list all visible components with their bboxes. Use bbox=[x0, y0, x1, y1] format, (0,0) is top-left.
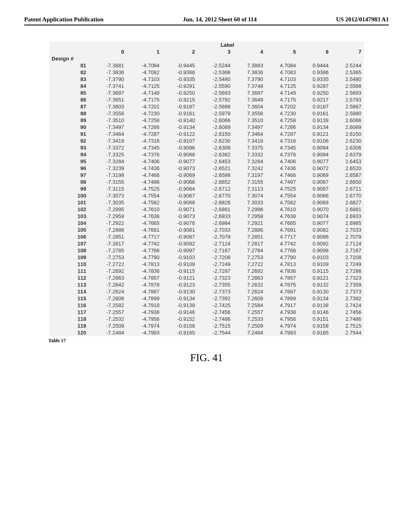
cell: 4.7857 bbox=[266, 274, 298, 281]
cell: 2.6453 bbox=[331, 158, 364, 165]
cell: 2.5693 bbox=[331, 89, 364, 96]
table-row: 107-7.2817-4.7742-0.9092-2.71247.28174.7… bbox=[49, 240, 364, 247]
col-header: 4 bbox=[233, 48, 265, 55]
cell: -7.2922 bbox=[91, 220, 127, 227]
cell: 7.2784 bbox=[233, 247, 265, 254]
row-id: 86 bbox=[49, 96, 91, 103]
cell: 0.9139 bbox=[298, 117, 331, 124]
cell: 7.2817 bbox=[233, 240, 265, 247]
cell: 7.3697 bbox=[233, 89, 265, 96]
cell: 7.3883 bbox=[233, 62, 265, 69]
cell: 4.7554 bbox=[266, 192, 298, 199]
cell: -4.7406 bbox=[127, 158, 162, 165]
cell: -2.7456 bbox=[198, 309, 233, 316]
cell: -2.5693 bbox=[198, 89, 233, 96]
cell: -7.2817 bbox=[91, 240, 127, 247]
cell: 0.9098 bbox=[298, 247, 331, 254]
cell: 0.9386 bbox=[298, 69, 331, 76]
row-id: 95 bbox=[49, 158, 91, 165]
cell: -4.7610 bbox=[127, 206, 162, 213]
cell: -7.2484 bbox=[91, 329, 127, 336]
cell: 0.9077 bbox=[298, 158, 331, 165]
cell: 2.6587 bbox=[331, 172, 364, 179]
cell: 4.7202 bbox=[266, 103, 298, 110]
cell: -0.9250 bbox=[162, 89, 198, 96]
cell: -0.9139 bbox=[162, 302, 198, 309]
cell: -4.7175 bbox=[127, 96, 162, 103]
cell: 2.5588 bbox=[331, 83, 364, 89]
figure-label: FIG. 41 bbox=[24, 352, 389, 364]
cell: 4.7813 bbox=[266, 261, 298, 268]
cell: -0.9068 bbox=[162, 199, 198, 206]
cell: 7.3033 bbox=[233, 199, 265, 206]
cell: 4.7691 bbox=[266, 227, 298, 233]
cell: -0.9335 bbox=[162, 76, 198, 83]
cell: 2.7286 bbox=[331, 268, 364, 274]
cell: 4.7899 bbox=[266, 295, 298, 302]
cell: -2.6881 bbox=[198, 206, 233, 213]
cell: 0.9086 bbox=[298, 233, 331, 240]
cell: -7.2851 bbox=[91, 233, 127, 240]
table-super-header: Label bbox=[91, 42, 364, 48]
table-row: 97-7.3198-4.7466-0.9069-2.65887.31974.74… bbox=[49, 172, 364, 179]
cell: -7.3239 bbox=[91, 165, 127, 172]
row-id: 83 bbox=[49, 76, 91, 83]
cell: -4.7084 bbox=[127, 62, 162, 69]
cell: -0.9215 bbox=[162, 96, 198, 103]
cell: -7.2995 bbox=[91, 206, 127, 213]
cell: -4.7993 bbox=[127, 329, 162, 336]
cell: -2.5366 bbox=[198, 69, 233, 76]
cell: -4.7638 bbox=[127, 213, 162, 220]
cell: -2.7355 bbox=[198, 281, 233, 288]
cell: -7.2753 bbox=[91, 254, 127, 261]
cell: 0.9121 bbox=[298, 131, 331, 137]
cell: 4.7993 bbox=[266, 329, 298, 336]
table-row: 83-7.3790-4.7103-0.9335-2.54807.37904.71… bbox=[49, 76, 364, 83]
col-header: 0 bbox=[91, 48, 127, 55]
cell: 4.7125 bbox=[266, 83, 298, 89]
cell: -0.9076 bbox=[162, 220, 198, 227]
row-id: 117 bbox=[49, 309, 91, 316]
cell: 0.9187 bbox=[298, 103, 331, 110]
cell: -2.7486 bbox=[198, 316, 233, 322]
table-row: 120-7.2484-4.7993-0.9165-2.75447.24844.7… bbox=[49, 329, 364, 336]
row-id: 111 bbox=[49, 268, 91, 274]
cell: 2.7167 bbox=[331, 247, 364, 254]
cell: 2.5887 bbox=[331, 103, 364, 110]
cell: 2.5480 bbox=[331, 76, 364, 83]
cell: 4.7266 bbox=[266, 124, 298, 131]
cell: 4.7917 bbox=[266, 302, 298, 309]
row-id: 119 bbox=[49, 322, 91, 329]
row-id: 88 bbox=[49, 110, 91, 117]
cell: -4.7836 bbox=[127, 268, 162, 274]
row-id: 115 bbox=[49, 295, 91, 302]
row-id: 100 bbox=[49, 192, 91, 199]
row-id: 112 bbox=[49, 274, 91, 281]
cell: -2.6150 bbox=[198, 131, 233, 137]
table-header-row: 0 1 2 3 4 5 6 7 bbox=[49, 48, 364, 55]
row-id: 102 bbox=[49, 206, 91, 213]
cell: 0.9103 bbox=[298, 254, 331, 261]
cell: 4.7316 bbox=[266, 137, 298, 144]
cell: 2.6066 bbox=[331, 117, 364, 124]
table-row: 91-7.3464-4.7287-0.9122-2.61507.34644.72… bbox=[49, 131, 364, 137]
cell: 7.2632 bbox=[233, 281, 265, 288]
cell: -7.2624 bbox=[91, 288, 127, 295]
cell: 2.6089 bbox=[331, 124, 364, 131]
row-id: 106 bbox=[49, 233, 91, 240]
cell: -0.9123 bbox=[162, 281, 198, 288]
row-id: 81 bbox=[49, 62, 91, 69]
cell: -7.3497 bbox=[91, 124, 127, 131]
cell: -0.9130 bbox=[162, 288, 198, 295]
cell: 2.7033 bbox=[331, 227, 364, 233]
cell: -7.2785 bbox=[91, 247, 127, 254]
cell: 0.9335 bbox=[298, 76, 331, 83]
row-id: 109 bbox=[49, 254, 91, 261]
row-id: 104 bbox=[49, 220, 91, 227]
cell: -2.7515 bbox=[198, 322, 233, 329]
cell: -0.9103 bbox=[162, 254, 198, 261]
cell: -0.9121 bbox=[162, 274, 198, 281]
table-row: 104-7.2922-4.7665-0.9076-2.69847.29214.7… bbox=[49, 220, 364, 227]
row-id: 92 bbox=[49, 137, 91, 144]
cell: 0.9158 bbox=[298, 322, 331, 329]
